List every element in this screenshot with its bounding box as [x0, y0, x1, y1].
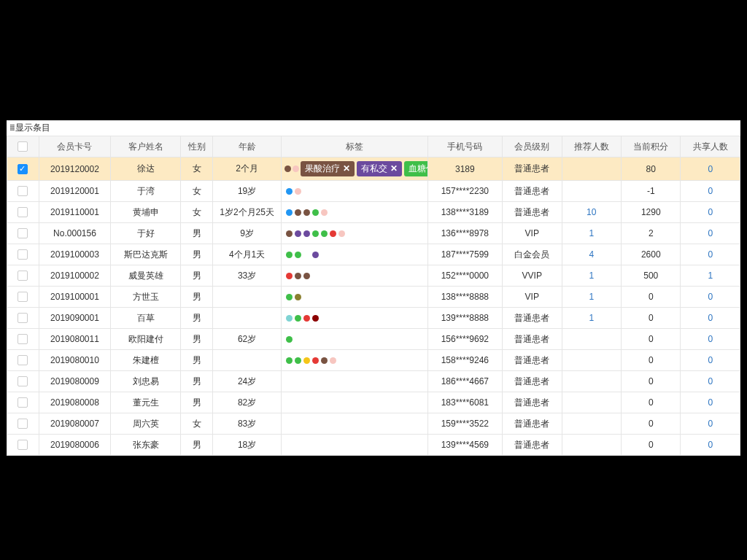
- cell-sex: 男: [181, 350, 213, 371]
- close-icon[interactable]: ✕: [390, 163, 398, 174]
- row-checkbox[interactable]: [18, 334, 28, 344]
- cell-checkbox[interactable]: [7, 287, 39, 308]
- cell-card: 2019080011: [39, 329, 110, 350]
- cell-checkbox[interactable]: [7, 308, 39, 329]
- tag-chip[interactable]: 血糖偏高✕: [404, 161, 427, 176]
- table-row[interactable]: 2019100002威曼英雄男33岁152****0000VVIP15001: [7, 265, 740, 287]
- cell-refcount: 4: [562, 244, 621, 265]
- cell-phone: 152****0000: [427, 265, 502, 287]
- col-level[interactable]: 会员级别: [503, 136, 562, 158]
- col-tags[interactable]: 标签: [282, 136, 428, 158]
- row-checkbox[interactable]: [18, 419, 28, 429]
- cell-checkbox[interactable]: [7, 181, 39, 202]
- col-age[interactable]: 年龄: [213, 136, 282, 158]
- cell-checkbox[interactable]: [7, 435, 39, 456]
- cell-points: 0: [621, 329, 680, 350]
- row-checkbox[interactable]: [18, 228, 28, 238]
- cell-checkbox[interactable]: [7, 244, 39, 265]
- col-share[interactable]: 共享人数: [681, 136, 740, 158]
- table-row[interactable]: 2019110001黄埔申女1岁2个月25天138****3189普通患者101…: [7, 202, 740, 223]
- table-row[interactable]: 2019090001百草男139****8888普通患者100: [7, 308, 740, 329]
- col-name[interactable]: 客户姓名: [111, 136, 181, 158]
- table-row[interactable]: 2019100001方世玉男138****8888VIP100: [7, 287, 740, 308]
- table-row[interactable]: 2019080011欧阳建付男62岁156****9692普通患者00: [7, 329, 740, 350]
- cell-checkbox[interactable]: [7, 371, 39, 392]
- cell-checkbox[interactable]: [7, 350, 39, 371]
- row-checkbox[interactable]: [18, 271, 28, 281]
- table-row[interactable]: 2019080006张东豪男18岁139****4569普通患者00: [7, 435, 740, 456]
- tag-dot: [312, 357, 319, 364]
- tag-chip[interactable]: 有私交✕: [357, 161, 402, 176]
- row-checkbox[interactable]: [18, 164, 28, 174]
- row-checkbox[interactable]: [18, 186, 28, 196]
- cell-phone: 186****4667: [427, 371, 502, 392]
- table-row[interactable]: 2019080007周六英女83岁159****3522普通患者00: [7, 413, 740, 435]
- row-checkbox[interactable]: [18, 440, 28, 450]
- tag-dot: [303, 315, 310, 322]
- col-checkbox[interactable]: [7, 136, 39, 158]
- cell-age: 2个月: [213, 158, 282, 181]
- cell-age: 82岁: [213, 392, 282, 413]
- table-row[interactable]: 2019120002徐达女2个月果酸治疗✕有私交✕血糖偏高✕3189普通患者80…: [7, 158, 740, 181]
- cell-checkbox[interactable]: [7, 223, 39, 244]
- row-checkbox[interactable]: [18, 292, 28, 302]
- table-row[interactable]: 2019080008董元生男82岁183****6081普通患者00: [7, 392, 740, 413]
- checkbox-all[interactable]: [18, 141, 28, 152]
- cell-card: 2019080009: [39, 371, 110, 392]
- tag-dot: [286, 357, 293, 364]
- col-phone[interactable]: 手机号码: [427, 136, 502, 158]
- cell-level: 白金会员: [503, 244, 562, 265]
- cell-tags: [282, 392, 428, 413]
- cell-refcount: [562, 413, 621, 435]
- col-card[interactable]: 会员卡号: [39, 136, 110, 158]
- row-checkbox[interactable]: [18, 313, 28, 323]
- cell-level: VIP: [503, 287, 562, 308]
- cell-tags: [282, 350, 428, 371]
- tag-dot: [312, 209, 319, 216]
- cell-name: 斯巴达克斯: [111, 244, 181, 265]
- cell-sex: 男: [181, 265, 213, 287]
- cell-name: 于好: [111, 223, 181, 244]
- tag-dot: [295, 357, 301, 364]
- tag-dot: [312, 315, 319, 322]
- close-icon[interactable]: ✕: [343, 163, 350, 174]
- cell-points: 0: [621, 413, 680, 435]
- cell-checkbox[interactable]: [7, 413, 39, 435]
- tag-dot: [286, 188, 293, 195]
- cell-share: 1: [681, 265, 740, 287]
- cell-name: 董元生: [111, 392, 181, 413]
- row-checkbox[interactable]: [18, 355, 28, 365]
- row-checkbox[interactable]: [18, 376, 28, 386]
- table-row[interactable]: 2019100003斯巴达克斯男4个月1天187****7599白金会员4260…: [7, 244, 740, 265]
- row-checkbox[interactable]: [18, 249, 28, 260]
- cell-checkbox[interactable]: [7, 392, 39, 413]
- cell-sex: 男: [181, 329, 213, 350]
- cell-share: 0: [681, 287, 740, 308]
- tag-dot: [321, 230, 328, 237]
- cell-age: 4个月1天: [213, 244, 282, 265]
- table-row[interactable]: 2019080010朱建檀男158****9246普通患者00: [7, 350, 740, 371]
- cell-level: 普通患者: [503, 181, 562, 202]
- row-checkbox[interactable]: [18, 207, 28, 217]
- cell-sex: 男: [181, 287, 213, 308]
- cell-checkbox[interactable]: [7, 265, 39, 287]
- tag-chip[interactable]: 果酸治疗✕: [301, 161, 355, 176]
- cell-checkbox[interactable]: [7, 329, 39, 350]
- cell-tags: [282, 223, 428, 244]
- cell-phone: 139****8888: [427, 308, 502, 329]
- cell-checkbox[interactable]: [7, 158, 39, 181]
- tag-dot: [286, 336, 293, 343]
- cell-checkbox[interactable]: [7, 202, 39, 223]
- col-ref[interactable]: 推荐人数: [562, 136, 621, 158]
- cell-points: 1290: [621, 202, 680, 223]
- col-sex[interactable]: 性别: [181, 136, 213, 158]
- table-header-row: 会员卡号 客户姓名 性别 年龄 标签 手机号码 会员级别 推荐人数 当前积分 共…: [7, 136, 740, 158]
- table-row[interactable]: 2019120001于湾女19岁157****2230普通患者-10: [7, 181, 740, 202]
- toolbar-display-items[interactable]: ⁞⁞⁞显示条目: [7, 120, 740, 136]
- table-row[interactable]: No.000156于好男9岁136****8978VIP120: [7, 223, 740, 244]
- col-points[interactable]: 当前积分: [621, 136, 680, 158]
- table-row[interactable]: 2019080009刘忠易男24岁186****4667普通患者00: [7, 371, 740, 392]
- cell-sex: 女: [181, 202, 213, 223]
- cell-level: 普通患者: [503, 392, 562, 413]
- row-checkbox[interactable]: [18, 397, 28, 408]
